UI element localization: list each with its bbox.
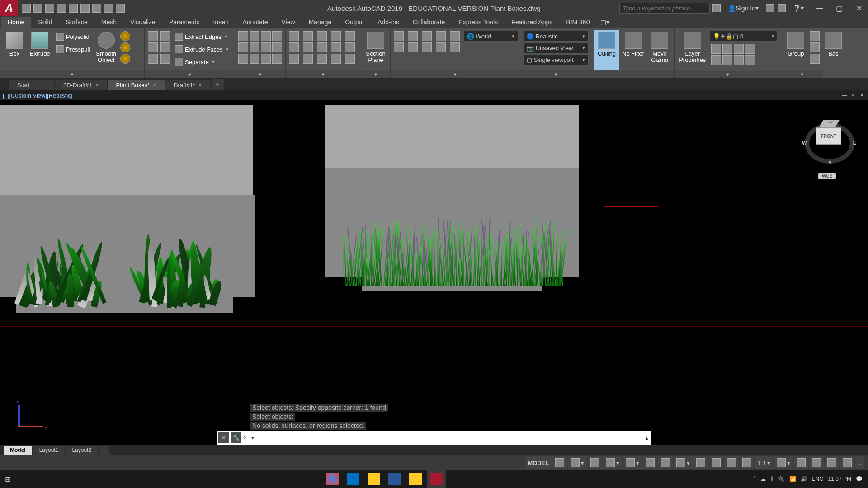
panel-expand-icon[interactable]: ▼: [258, 72, 262, 77]
ungroup-icon[interactable]: [810, 31, 820, 41]
taskbar-chrome[interactable]: [323, 470, 342, 488]
section-plane-button[interactable]: Section Plane: [363, 30, 388, 70]
line-icon[interactable]: [238, 31, 248, 41]
close-icon[interactable]: ✕: [152, 82, 156, 88]
signin-button[interactable]: 👤 Sign In ▾: [723, 0, 763, 16]
ucs-icon[interactable]: x z: [14, 400, 45, 432]
model-viewport[interactable]: /*placeholder*/ N S W E TOP FRONT WCS x …: [0, 105, 868, 441]
fillet-icon[interactable]: [317, 42, 327, 52]
polar-toggle[interactable]: ▾: [603, 456, 622, 469]
vp-close-icon[interactable]: ✕: [858, 92, 865, 99]
undo-icon[interactable]: [104, 4, 113, 13]
cloud-save-icon[interactable]: [80, 4, 90, 13]
group-button[interactable]: Group: [783, 30, 808, 70]
layer-combo[interactable]: 💡☀🔒▢ 0▼: [710, 31, 778, 42]
grid-toggle[interactable]: [552, 456, 567, 469]
clean-screen[interactable]: [840, 456, 854, 469]
layer-freeze-icon[interactable]: [722, 44, 732, 54]
annoscale-combo[interactable]: 1:1▾: [755, 456, 773, 469]
explode-icon[interactable]: [345, 31, 355, 41]
layer-lock-icon[interactable]: [734, 44, 744, 54]
customize-status[interactable]: ≡: [855, 456, 864, 469]
ribbon-tab-extra-icon[interactable]: ▢▾: [597, 17, 613, 28]
ribbon-tab-bim360[interactable]: BIM 360: [560, 17, 596, 28]
ducs-toggle[interactable]: ▾: [674, 456, 693, 469]
hardware-accel[interactable]: [825, 456, 839, 469]
close-icon[interactable]: ✕: [198, 82, 202, 88]
tray-chevron-icon[interactable]: ˄: [753, 476, 756, 482]
snap-toggle[interactable]: ▾: [568, 456, 587, 469]
viewport-config-combo[interactable]: ▢ Single viewport▼: [524, 54, 589, 65]
wcs-badge[interactable]: WCS: [818, 173, 836, 179]
tray-wifi-icon[interactable]: 📶: [789, 476, 796, 482]
circle-icon[interactable]: [261, 31, 271, 41]
cmd-options-icon[interactable]: 🔧: [231, 432, 241, 443]
panel-expand-icon[interactable]: ▼: [321, 72, 326, 77]
taskbar-autocad[interactable]: [427, 470, 446, 488]
tray-power-icon[interactable]: 🔌: [778, 476, 785, 482]
ucs-z-icon[interactable]: [450, 31, 460, 41]
tray-onedrive-icon[interactable]: ☁: [760, 476, 766, 482]
helix-icon[interactable]: [272, 54, 282, 64]
app-menu-button[interactable]: A: [0, 0, 18, 16]
ribbon-tab-insert[interactable]: Insert: [207, 17, 235, 28]
ribbon-tab-visualize[interactable]: Visualize: [124, 17, 162, 28]
search-button-icon[interactable]: [712, 4, 721, 12]
separate-button[interactable]: Separate▼: [173, 56, 231, 68]
ribbon-tab-home[interactable]: Home: [1, 17, 31, 28]
new-icon[interactable]: [22, 4, 31, 13]
minimize-button[interactable]: —: [810, 0, 828, 16]
panel-expand-icon[interactable]: ▼: [726, 72, 730, 77]
viewport-label[interactable]: [–][Custom View][Realistic]: [3, 92, 72, 99]
cycling-toggle[interactable]: [740, 456, 754, 469]
panel-expand-icon[interactable]: ▼: [453, 72, 458, 77]
viewcube[interactable]: N S W E TOP FRONT WCS: [800, 118, 854, 173]
lwt-toggle[interactable]: [709, 456, 723, 469]
layout-tab-layout2[interactable]: Layout2: [66, 446, 98, 455]
ucs-icon[interactable]: [394, 31, 404, 41]
copy-icon[interactable]: [289, 42, 299, 52]
region-icon[interactable]: [250, 54, 259, 64]
vp-minimize-icon[interactable]: —: [841, 92, 848, 99]
ucs-view-icon[interactable]: [394, 42, 404, 52]
tray-language[interactable]: ENG: [812, 476, 824, 482]
ucs-named-combo[interactable]: 🌐 World▼: [464, 31, 518, 42]
open-icon[interactable]: [33, 4, 42, 13]
ucs-origin-icon[interactable]: [408, 42, 418, 52]
ribbon-tab-solid[interactable]: Solid: [32, 17, 58, 28]
ribbon-tab-output[interactable]: Output: [339, 17, 370, 28]
workspace-switch[interactable]: ▾: [774, 456, 793, 469]
viewcube-front[interactable]: FRONT: [816, 127, 841, 145]
tray-volume-icon[interactable]: 🔊: [801, 476, 807, 482]
ribbon-tab-addins[interactable]: Add-ins: [371, 17, 405, 28]
dyn-toggle[interactable]: [693, 456, 708, 469]
ellipse-icon[interactable]: [261, 42, 271, 52]
close-button[interactable]: ✕: [850, 0, 868, 16]
file-tab-start[interactable]: Start: [9, 80, 54, 90]
spline-icon[interactable]: [272, 42, 282, 52]
layer-properties-button[interactable]: Layer Properties: [676, 30, 708, 70]
smooth-object-button[interactable]: Smooth Object: [93, 30, 119, 70]
rotate-icon[interactable]: [303, 31, 313, 41]
panel-expand-icon[interactable]: ▼: [554, 72, 558, 77]
polygon-icon[interactable]: [250, 42, 259, 52]
mesh-uncrease-icon[interactable]: [120, 54, 130, 64]
break-icon[interactable]: [331, 54, 341, 64]
align-icon[interactable]: [317, 54, 327, 64]
start-button[interactable]: ⊞: [0, 471, 15, 487]
tray-action-center-icon[interactable]: 💬: [856, 476, 863, 482]
model-space-toggle[interactable]: MODEL: [525, 456, 552, 469]
layer-walk-icon[interactable]: [745, 55, 755, 65]
3dosnap-toggle[interactable]: [643, 456, 657, 469]
file-tab-draft1[interactable]: Draft#1*✕: [165, 80, 211, 90]
mesh-refine-icon[interactable]: [120, 31, 130, 41]
layer-match-icon[interactable]: [745, 44, 755, 54]
ortho-toggle[interactable]: [588, 456, 602, 469]
erase-icon[interactable]: [331, 31, 341, 41]
cmd-close-icon[interactable]: ✕: [218, 432, 229, 443]
cart-icon[interactable]: [766, 4, 774, 12]
taskbar-notes[interactable]: [406, 470, 425, 488]
ucs-prev-icon[interactable]: [450, 42, 460, 52]
hatch-icon[interactable]: [238, 54, 248, 64]
transparency-toggle[interactable]: [724, 456, 739, 469]
